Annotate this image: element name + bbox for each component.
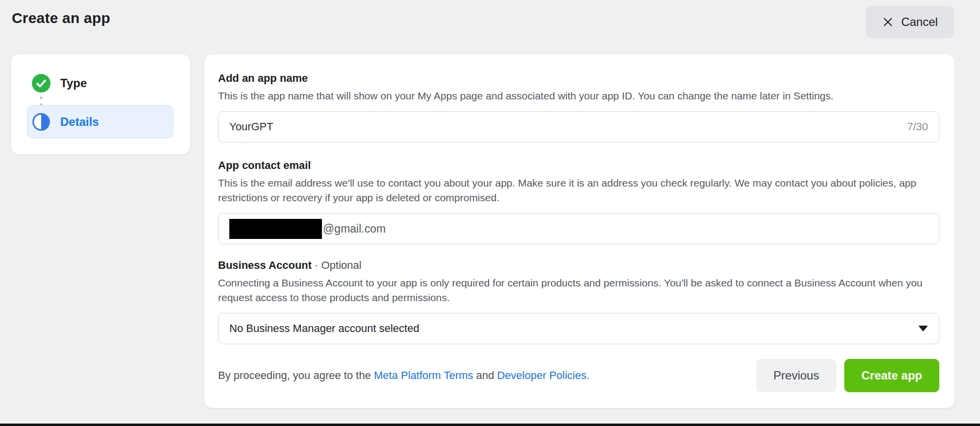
agreement-prefix: By proceeding, you agree to the — [218, 369, 374, 381]
previous-button[interactable]: Previous — [756, 359, 836, 392]
business-account-heading: Business Account · Optional — [218, 259, 939, 272]
app-name-heading: Add an app name — [218, 72, 939, 85]
business-account-heading-label: Business Account — [218, 259, 312, 271]
form-footer: By proceeding, you agree to the Meta Pla… — [218, 359, 939, 392]
agreement-middle: and — [473, 369, 497, 381]
business-account-dropdown[interactable]: No Business Manager account selected — [218, 313, 939, 344]
stepper-sidebar: Type Details — [11, 54, 190, 154]
step-label-details: Details — [60, 115, 99, 129]
cancel-button[interactable]: Cancel — [866, 6, 954, 38]
app-name-description: This is the app name that will show on y… — [218, 89, 939, 103]
contact-email-description: This is the email address we'll use to c… — [218, 176, 939, 205]
app-name-input[interactable] — [229, 120, 907, 133]
redacted-email-box — [229, 219, 322, 239]
cancel-button-label: Cancel — [901, 15, 938, 29]
close-icon — [882, 16, 894, 28]
screen-bottom-edge — [0, 424, 980, 426]
stepper-step-type[interactable]: Type — [32, 74, 190, 93]
business-account-selected-value: No Business Manager account selected — [229, 322, 419, 335]
business-account-description: Connecting a Business Account to your ap… — [218, 276, 939, 305]
developer-policies-link[interactable]: Developer Policies. — [497, 369, 589, 381]
app-name-char-counter: 7/30 — [907, 120, 928, 133]
business-account-optional-label: · Optional — [315, 259, 361, 271]
contact-email-input[interactable]: @gmail.com — [218, 213, 939, 244]
page-title: Create an app — [12, 10, 110, 26]
footer-buttons: Previous Create app — [756, 359, 939, 392]
half-filled-circle-icon — [32, 113, 50, 131]
contact-email-heading: App contact email — [218, 159, 939, 172]
check-circle-icon — [32, 74, 50, 93]
meta-platform-terms-link[interactable]: Meta Platform Terms — [374, 369, 473, 381]
caret-down-icon — [918, 326, 928, 331]
stepper-step-details[interactable]: Details — [27, 105, 173, 138]
create-app-button[interactable]: Create app — [844, 359, 939, 392]
app-name-field-shell: 7/30 — [218, 111, 939, 142]
agreement-text: By proceeding, you agree to the Meta Pla… — [218, 369, 589, 382]
step-label-type: Type — [60, 76, 87, 90]
stepper-connector-dot — [40, 96, 43, 99]
details-form-card: Add an app name This is the app name tha… — [204, 54, 955, 408]
contact-email-visible-text: @gmail.com — [323, 222, 386, 236]
